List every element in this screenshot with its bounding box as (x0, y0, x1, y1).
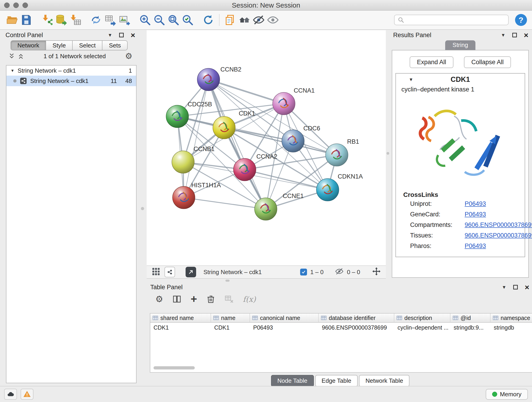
open-session-button[interactable] (5, 13, 19, 27)
edge-HIST1H1A-CCNE1[interactable] (184, 198, 266, 209)
duplicate-page-button[interactable] (223, 13, 237, 27)
cloud-status-button[interactable] (4, 389, 17, 400)
zoom-fit-button[interactable] (166, 13, 181, 27)
collapse-all-icon[interactable] (17, 53, 24, 60)
crosslink-link-compartments[interactable]: 9606.ENSP00000378699 (465, 221, 532, 229)
tab-node-table[interactable]: Node Table (271, 375, 314, 387)
import-network-database-button[interactable] (54, 13, 68, 27)
node-CCNE1[interactable] (254, 198, 277, 220)
crosslink-link-tissues[interactable]: 9606.ENSP00000378699 (465, 232, 532, 239)
panel-float-button[interactable] (512, 33, 517, 37)
crosslink-link-genecard[interactable]: P06493 (465, 211, 486, 218)
string-home-button[interactable] (237, 13, 252, 27)
node-CCNB1[interactable] (172, 151, 194, 173)
splitter-handle-right[interactable] (386, 152, 389, 155)
show-columns-icon[interactable] (172, 294, 181, 304)
table-settings-gear-icon[interactable]: ⚙ (155, 295, 163, 303)
node-CCNB2[interactable] (197, 68, 220, 91)
cell-id[interactable]: stringdb:9... (450, 323, 491, 332)
selected-checkbox-icon[interactable] (300, 269, 307, 275)
tab-select[interactable]: Select (72, 40, 102, 51)
column-header-database-identifier[interactable]: database identifier (319, 313, 394, 323)
panel-close-button[interactable]: × (131, 31, 135, 39)
detach-view-button[interactable] (186, 267, 196, 277)
node-CDC6[interactable] (282, 130, 304, 152)
tab-edge-table[interactable]: Edge Table (315, 375, 358, 387)
zoom-out-button[interactable] (152, 13, 166, 27)
card-collapse-caret-icon[interactable]: ▼ (409, 77, 413, 82)
network-graph[interactable]: CCNB2CCNA1CDC25BCDK1CDC6RB1CCNB1CCNA2CDK… (147, 30, 386, 265)
window-close-button[interactable] (4, 2, 10, 8)
crosslink-link-uniprot[interactable]: P06493 (465, 200, 486, 207)
network-row-selected[interactable]: String Network – cdk1 11 48 (6, 76, 136, 86)
column-header-shared-name[interactable]: shared name (150, 313, 211, 323)
hide-selected-button[interactable] (252, 13, 266, 27)
column-header-name[interactable]: name (211, 313, 250, 323)
show-all-button[interactable] (266, 13, 280, 27)
delete-column-trash-icon[interactable] (206, 294, 215, 304)
network-collection-row[interactable]: ▼ String Network – cdk1 1 (6, 65, 136, 76)
cell-namespace[interactable]: stringdb (491, 323, 532, 332)
memory-button[interactable]: Memory (486, 389, 528, 400)
expand-all-button[interactable]: Expand All (410, 56, 454, 68)
add-column-button[interactable]: + (191, 294, 197, 305)
window-minimize-button[interactable] (13, 2, 19, 8)
warnings-button[interactable] (21, 389, 33, 400)
panel-close-button[interactable]: × (524, 31, 528, 39)
tab-string[interactable]: String (445, 40, 475, 51)
edge-CCNB2-CCNA1[interactable] (209, 80, 284, 104)
collapse-all-button[interactable]: Collapse All (464, 56, 511, 68)
column-header-canonical-name[interactable]: canonical name (250, 313, 319, 323)
refresh-view-button[interactable] (201, 13, 215, 27)
help-button[interactable]: ? (515, 14, 527, 26)
node-CDC25B[interactable] (166, 105, 189, 128)
node-RB1[interactable] (326, 144, 348, 166)
node-HIST1H1A[interactable] (172, 186, 195, 209)
panel-close-button[interactable]: × (525, 283, 529, 291)
zoom-in-button[interactable] (138, 13, 152, 27)
export-table-button[interactable] (103, 13, 117, 27)
window-zoom-button[interactable] (22, 2, 28, 8)
crosslink-link-pharos[interactable]: P06493 (465, 242, 486, 249)
string-view-toggle[interactable] (165, 267, 175, 277)
save-session-button[interactable] (19, 13, 33, 27)
cell-name[interactable]: CDK1 (211, 323, 250, 332)
node-CCNA2[interactable] (234, 158, 256, 181)
zoom-selected-button[interactable] (181, 13, 195, 27)
tab-style[interactable]: Style (46, 40, 73, 51)
panel-menu-caret-icon[interactable]: ▼ (108, 33, 112, 37)
splitter-handle-bottom[interactable] (225, 280, 230, 282)
cell-description[interactable]: cyclin–dependent ... (394, 323, 450, 332)
tab-network[interactable]: Network (11, 40, 46, 51)
column-header-namespace[interactable]: namespace (491, 313, 532, 323)
import-table-button[interactable] (68, 13, 82, 27)
gear-icon[interactable]: ⚙ (125, 52, 133, 60)
cell-shared-name[interactable]: CDK1 (150, 323, 211, 332)
panel-menu-caret-icon[interactable]: ▼ (501, 33, 505, 37)
hidden-eye-icon[interactable] (335, 267, 344, 277)
clone-network-button[interactable] (89, 13, 103, 27)
table-row[interactable]: CDK1 CDK1 P06493 9606.ENSP00000378699 cy… (150, 323, 532, 332)
tab-network-table[interactable]: Network Table (359, 375, 409, 387)
column-header-id[interactable]: @id (450, 313, 491, 323)
expand-all-icon[interactable] (8, 53, 15, 60)
tree-caret-icon[interactable]: ▼ (11, 69, 14, 73)
panel-float-button[interactable] (513, 285, 518, 289)
import-network-file-button[interactable] (40, 13, 54, 27)
export-image-button[interactable] (117, 13, 132, 27)
cell-database-identifier[interactable]: 9606.ENSP00000378699 (319, 323, 394, 332)
grid-view-button[interactable] (151, 267, 160, 278)
column-header-description[interactable]: description (394, 313, 450, 323)
network-canvas[interactable]: CCNB2CCNA1CDC25BCDK1CDC6RB1CCNB1CCNA2CDK… (147, 30, 386, 265)
splitter-handle-left[interactable] (141, 207, 144, 210)
search-box[interactable] (394, 15, 509, 25)
horizontal-scrollbar-thumb[interactable] (153, 366, 195, 370)
node-CDK1[interactable] (213, 116, 235, 139)
function-builder-button[interactable]: f(x) (243, 295, 256, 304)
node-CDKN1A[interactable] (317, 179, 339, 201)
panel-float-button[interactable] (119, 33, 124, 37)
tab-sets[interactable]: Sets (102, 40, 128, 51)
cell-canonical-name[interactable]: P06493 (250, 323, 319, 332)
panel-menu-caret-icon[interactable]: ▼ (502, 285, 506, 289)
node-CCNA1[interactable] (273, 92, 295, 115)
